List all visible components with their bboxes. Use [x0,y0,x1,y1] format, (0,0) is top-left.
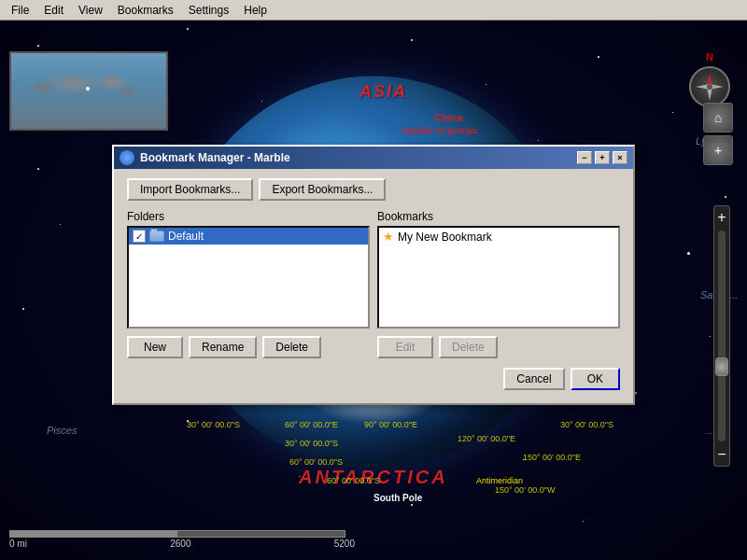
antimeridian-label: Antimeridian [476,476,523,485]
slider-thumb[interactable] [715,357,728,376]
china-label: China [434,112,463,123]
scale-track [9,530,345,538]
menu-file[interactable]: File [4,3,36,18]
menu-view[interactable]: View [71,3,110,18]
dialog-title: Bookmark Manager - Marble [140,151,577,164]
coord-lon-e1: 60° 00' 00.0"E [285,420,338,429]
dialog-close-button[interactable]: × [613,151,627,164]
coord-lat-s1-left: 30° 00' 00.0"S [187,420,240,429]
scale-labels: 0 mi 2600 5200 [9,539,355,549]
delete-folder-button[interactable]: Delete [262,336,321,358]
menu-edit[interactable]: Edit [36,3,71,18]
edit-bookmark-button[interactable]: Edit [377,336,433,358]
menubar: File Edit View Bookmarks Settings Help [0,0,747,21]
compass-rose-svg [691,68,728,105]
bookmark-manager-dialog: Bookmark Manager - Marble − + × Import B… [112,145,635,405]
menu-bookmarks[interactable]: Bookmarks [110,3,181,18]
scale-label-2: 5200 [334,539,355,549]
compass[interactable]: N [686,51,733,107]
south-pole-label: South Pole [374,493,422,503]
folders-header: Folders [127,210,370,223]
compass-rose[interactable] [689,66,730,107]
folder-default-item[interactable]: ✓ Default [129,228,368,245]
minimap[interactable] [9,51,168,131]
bookmark-item[interactable]: ★ My New Bookmark [379,228,618,245]
menu-settings[interactable]: Settings [181,3,236,18]
bookmarks-header: Bookmarks [377,210,620,223]
home-button[interactable]: ⌂ [703,103,733,133]
coord-lon-e3: 120° 00' 00.0"E [458,434,515,443]
slider-minus-icon[interactable]: − [717,445,726,464]
coord-lon-e4: 150° 00' 00.0"E [523,453,581,462]
import-bookmarks-button[interactable]: Import Bookmarks... [127,178,253,201]
coord-lat-s2-left: 30° 00' 00.0"S [285,439,338,448]
nav-buttons: ⌂ + [703,103,733,165]
folder-icon [149,231,164,242]
dialog-body: Import Bookmarks... Export Bookmarks... … [114,169,633,403]
folder-default-label: Default [168,230,204,243]
rename-folder-button[interactable]: Rename [189,336,257,358]
bookmark-name-label: My New Bookmark [398,231,492,244]
cancel-button[interactable]: Cancel [503,368,564,390]
bookmark-star-icon: ★ [383,230,394,244]
dialog-minimize-button[interactable]: − [577,151,592,164]
minimap-continents [11,53,166,129]
coord-60s: 60° 00' 00.0"S [289,457,343,467]
dialog-maximize-button[interactable]: + [595,151,610,164]
folder-checkbox[interactable]: ✓ [133,230,146,243]
republic-of-georgia-label: republic of georgia [402,126,477,135]
asia-label: ASIA [359,82,407,102]
slider-plus-icon[interactable]: + [717,208,726,227]
zoom-slider[interactable]: + − [713,205,730,467]
menu-help[interactable]: Help [236,3,275,18]
new-folder-button[interactable]: New [127,336,183,358]
folders-listbox[interactable]: ✓ Default [127,226,370,329]
coord-lon-e2: 90° 00' 00.0"E [364,420,417,429]
scale-label-1: 2600 [170,539,190,549]
folder-action-buttons: New Rename Delete [127,336,370,358]
scale-label-0: 0 mi [9,539,27,549]
bookmarks-listbox[interactable]: ★ My New Bookmark [377,226,620,329]
dialog-bottom-buttons: Cancel OK [127,368,620,390]
export-bookmarks-button[interactable]: Export Bookmarks... [259,178,386,201]
coord-lon-w1: 150° 00' 00.0"W [495,485,556,495]
bookmarks-column: Bookmarks ★ My New Bookmark Edit Delete [377,210,620,358]
svg-point-4 [707,84,712,90]
compass-n-label: N [706,51,713,63]
coord-60s-2: 60° 00' 00.0"S [327,476,380,485]
scale-bar: 0 mi 2600 5200 [9,530,355,549]
zoom-in-button[interactable]: + [703,135,733,165]
dialog-top-buttons: Import Bookmarks... Export Bookmarks... [127,178,620,201]
folders-column: Folders ✓ Default New Rename Delete [127,210,370,358]
dialog-titlebar[interactable]: Bookmark Manager - Marble − + × [114,147,633,169]
dialog-icon [120,150,134,165]
delete-bookmark-button[interactable]: Delete [439,336,498,358]
dialog-titlebar-buttons: − + × [577,151,627,164]
constellation-pisces: Pisces [47,425,77,436]
ok-button[interactable]: OK [571,368,620,390]
bookmark-action-buttons: Edit Delete [377,336,620,358]
coord-lat-s1-right: 30° 00' 00.0"S [560,420,613,429]
slider-track[interactable] [718,231,726,441]
minimap-inner [11,53,166,129]
dialog-columns: Folders ✓ Default New Rename Delete [127,210,620,358]
